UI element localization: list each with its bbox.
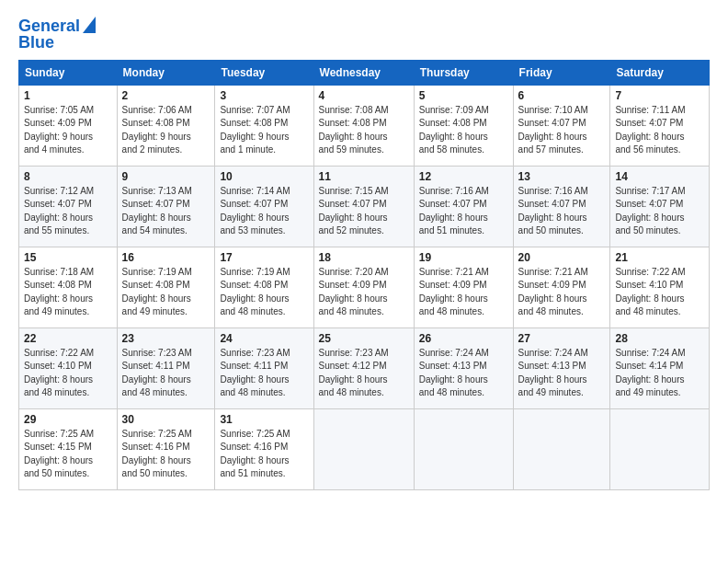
day-header-monday: Monday: [117, 60, 215, 85]
calendar-cell: 13Sunrise: 7:16 AM Sunset: 4:07 PM Dayli…: [513, 166, 610, 247]
day-header-wednesday: Wednesday: [313, 60, 414, 85]
header: General Blue: [18, 17, 710, 52]
day-info: Sunrise: 7:21 AM Sunset: 4:09 PM Dayligh…: [518, 266, 606, 319]
day-info: Sunrise: 7:20 AM Sunset: 4:09 PM Dayligh…: [319, 266, 409, 319]
calendar-cell: 1Sunrise: 7:05 AM Sunset: 4:09 PM Daylig…: [19, 85, 118, 166]
day-info: Sunrise: 7:25 AM Sunset: 4:16 PM Dayligh…: [122, 428, 210, 481]
day-info: Sunrise: 7:24 AM Sunset: 4:13 PM Dayligh…: [518, 347, 606, 400]
calendar-week-row: 29Sunrise: 7:25 AM Sunset: 4:15 PM Dayli…: [19, 408, 710, 489]
calendar-week-row: 15Sunrise: 7:18 AM Sunset: 4:08 PM Dayli…: [19, 247, 710, 327]
calendar-cell: 4Sunrise: 7:08 AM Sunset: 4:08 PM Daylig…: [313, 85, 414, 166]
day-number: 25: [319, 332, 409, 345]
day-info: Sunrise: 7:13 AM Sunset: 4:07 PM Dayligh…: [122, 185, 210, 238]
calendar-cell: 11Sunrise: 7:15 AM Sunset: 4:07 PM Dayli…: [313, 166, 414, 247]
day-info: Sunrise: 7:19 AM Sunset: 4:08 PM Dayligh…: [122, 266, 210, 319]
calendar-cell: 30Sunrise: 7:25 AM Sunset: 4:16 PM Dayli…: [117, 408, 215, 489]
day-number: 4: [319, 89, 409, 102]
calendar-cell: 19Sunrise: 7:21 AM Sunset: 4:09 PM Dayli…: [414, 247, 513, 327]
day-number: 3: [220, 89, 308, 102]
day-number: 14: [615, 170, 704, 183]
calendar-cell: [513, 408, 610, 489]
calendar-cell: 18Sunrise: 7:20 AM Sunset: 4:09 PM Dayli…: [313, 247, 414, 327]
calendar-cell: [610, 408, 710, 489]
day-info: Sunrise: 7:11 AM Sunset: 4:07 PM Dayligh…: [615, 104, 704, 157]
logo: General Blue: [18, 17, 96, 52]
logo-blue-text: Blue: [18, 33, 54, 52]
day-info: Sunrise: 7:07 AM Sunset: 4:08 PM Dayligh…: [220, 104, 308, 157]
calendar-cell: 23Sunrise: 7:23 AM Sunset: 4:11 PM Dayli…: [117, 327, 215, 408]
calendar-cell: 31Sunrise: 7:25 AM Sunset: 4:16 PM Dayli…: [215, 408, 313, 489]
day-number: 20: [518, 251, 606, 264]
day-number: 12: [419, 170, 508, 183]
calendar-table: SundayMondayTuesdayWednesdayThursdayFrid…: [18, 60, 710, 490]
calendar-cell: 26Sunrise: 7:24 AM Sunset: 4:13 PM Dayli…: [414, 327, 513, 408]
day-info: Sunrise: 7:21 AM Sunset: 4:09 PM Dayligh…: [419, 266, 508, 319]
calendar-cell: 20Sunrise: 7:21 AM Sunset: 4:09 PM Dayli…: [513, 247, 610, 327]
calendar-cell: 21Sunrise: 7:22 AM Sunset: 4:10 PM Dayli…: [610, 247, 710, 327]
page: General Blue SundayMondayTuesdayWednesda…: [0, 0, 728, 563]
day-info: Sunrise: 7:25 AM Sunset: 4:16 PM Dayligh…: [220, 428, 308, 481]
calendar-cell: 24Sunrise: 7:23 AM Sunset: 4:11 PM Dayli…: [215, 327, 313, 408]
day-info: Sunrise: 7:05 AM Sunset: 4:09 PM Dayligh…: [24, 104, 112, 157]
day-number: 29: [24, 413, 112, 426]
calendar-cell: 6Sunrise: 7:10 AM Sunset: 4:07 PM Daylig…: [513, 85, 610, 166]
calendar-cell: [414, 408, 513, 489]
day-info: Sunrise: 7:08 AM Sunset: 4:08 PM Dayligh…: [319, 104, 409, 157]
calendar-cell: 3Sunrise: 7:07 AM Sunset: 4:08 PM Daylig…: [215, 85, 313, 166]
day-info: Sunrise: 7:22 AM Sunset: 4:10 PM Dayligh…: [24, 347, 112, 400]
day-header-sunday: Sunday: [19, 60, 118, 85]
day-number: 9: [122, 170, 210, 183]
calendar-cell: 12Sunrise: 7:16 AM Sunset: 4:07 PM Dayli…: [414, 166, 513, 247]
day-number: 31: [220, 413, 308, 426]
day-number: 16: [122, 251, 210, 264]
day-info: Sunrise: 7:19 AM Sunset: 4:08 PM Dayligh…: [220, 266, 308, 319]
calendar-cell: 17Sunrise: 7:19 AM Sunset: 4:08 PM Dayli…: [215, 247, 313, 327]
day-info: Sunrise: 7:15 AM Sunset: 4:07 PM Dayligh…: [319, 185, 409, 238]
day-number: 7: [615, 89, 704, 102]
day-info: Sunrise: 7:12 AM Sunset: 4:07 PM Dayligh…: [24, 185, 112, 238]
day-number: 5: [419, 89, 508, 102]
day-info: Sunrise: 7:14 AM Sunset: 4:07 PM Dayligh…: [220, 185, 308, 238]
day-info: Sunrise: 7:09 AM Sunset: 4:08 PM Dayligh…: [419, 104, 508, 157]
calendar-cell: 7Sunrise: 7:11 AM Sunset: 4:07 PM Daylig…: [610, 85, 710, 166]
day-info: Sunrise: 7:17 AM Sunset: 4:07 PM Dayligh…: [615, 185, 704, 238]
day-info: Sunrise: 7:18 AM Sunset: 4:08 PM Dayligh…: [24, 266, 112, 319]
day-number: 11: [319, 170, 409, 183]
day-number: 21: [615, 251, 704, 264]
day-number: 17: [220, 251, 308, 264]
day-info: Sunrise: 7:23 AM Sunset: 4:11 PM Dayligh…: [220, 347, 308, 400]
calendar-cell: 27Sunrise: 7:24 AM Sunset: 4:13 PM Dayli…: [513, 327, 610, 408]
day-info: Sunrise: 7:16 AM Sunset: 4:07 PM Dayligh…: [419, 185, 508, 238]
calendar-cell: 25Sunrise: 7:23 AM Sunset: 4:12 PM Dayli…: [313, 327, 414, 408]
calendar-cell: 22Sunrise: 7:22 AM Sunset: 4:10 PM Dayli…: [19, 327, 118, 408]
calendar-cell: [313, 408, 414, 489]
day-number: 6: [518, 89, 606, 102]
day-info: Sunrise: 7:23 AM Sunset: 4:12 PM Dayligh…: [319, 347, 409, 400]
svg-marker-0: [83, 17, 96, 33]
calendar-cell: 14Sunrise: 7:17 AM Sunset: 4:07 PM Dayli…: [610, 166, 710, 247]
day-info: Sunrise: 7:24 AM Sunset: 4:14 PM Dayligh…: [615, 347, 704, 400]
day-info: Sunrise: 7:16 AM Sunset: 4:07 PM Dayligh…: [518, 185, 606, 238]
day-number: 15: [24, 251, 112, 264]
day-number: 2: [122, 89, 210, 102]
day-number: 30: [122, 413, 210, 426]
day-number: 26: [419, 332, 508, 345]
day-number: 23: [122, 332, 210, 345]
calendar-cell: 10Sunrise: 7:14 AM Sunset: 4:07 PM Dayli…: [215, 166, 313, 247]
day-header-thursday: Thursday: [414, 60, 513, 85]
calendar-cell: 8Sunrise: 7:12 AM Sunset: 4:07 PM Daylig…: [19, 166, 118, 247]
day-number: 27: [518, 332, 606, 345]
day-number: 19: [419, 251, 508, 264]
day-number: 28: [615, 332, 704, 345]
day-header-tuesday: Tuesday: [215, 60, 313, 85]
day-header-saturday: Saturday: [610, 60, 710, 85]
day-info: Sunrise: 7:10 AM Sunset: 4:07 PM Dayligh…: [518, 104, 606, 157]
day-number: 8: [24, 170, 112, 183]
day-number: 22: [24, 332, 112, 345]
calendar-week-row: 1Sunrise: 7:05 AM Sunset: 4:09 PM Daylig…: [19, 85, 710, 166]
day-number: 24: [220, 332, 308, 345]
day-number: 18: [319, 251, 409, 264]
day-header-friday: Friday: [513, 60, 610, 85]
logo-triangle-icon: [83, 17, 96, 36]
calendar-cell: 2Sunrise: 7:06 AM Sunset: 4:08 PM Daylig…: [117, 85, 215, 166]
